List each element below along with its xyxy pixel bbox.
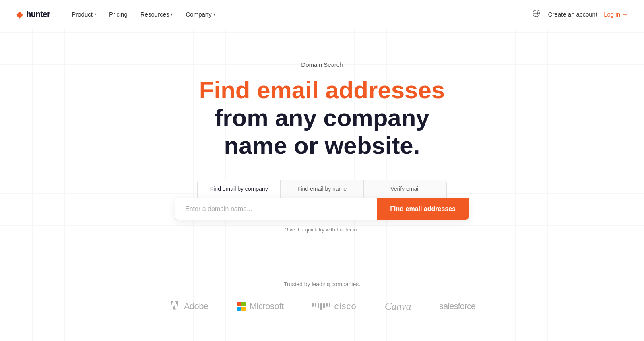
search-container: Find email addresses xyxy=(175,198,469,220)
trusted-label: Trusted by leading companies. xyxy=(284,281,360,287)
chevron-down-icon-3: ▾ xyxy=(213,12,215,17)
hero-title-orange: Find email addresses xyxy=(199,76,445,103)
hero-title: Find email addresses from any company na… xyxy=(181,76,463,159)
tab-verify-email[interactable]: Verify email xyxy=(364,180,446,198)
microsoft-logo: Microsoft xyxy=(237,301,284,312)
language-button[interactable] xyxy=(530,8,542,21)
search-tabs: Find email by company Find email by name… xyxy=(197,180,447,198)
nav-item-pricing[interactable]: Pricing xyxy=(103,8,133,21)
quick-try-link[interactable]: hunter.io xyxy=(336,227,357,233)
main-content: Domain Search Find email addresses from … xyxy=(0,29,644,257)
adobe-logo: Adobe xyxy=(169,301,208,312)
trusted-section: Trusted by leading companies. Adobe Micr… xyxy=(0,257,644,329)
nav-item-resources[interactable]: Resources ▾ xyxy=(135,8,179,21)
search-button[interactable]: Find email addresses xyxy=(377,198,469,220)
cisco-icon xyxy=(312,303,330,310)
company-logos: Adobe Microsoft xyxy=(169,300,476,312)
nav-right: Create an account Log in → xyxy=(530,8,628,21)
quick-try-text: Give it a quick try with hunter.io . xyxy=(284,227,359,233)
logo-text: hunter xyxy=(26,10,50,19)
canva-logo: Canva xyxy=(385,300,411,312)
navbar: ◆ hunter Product ▾ Pricing Resources ▾ C… xyxy=(0,0,644,29)
cisco-logo: cisco xyxy=(312,301,357,312)
salesforce-logo: salesforce xyxy=(439,301,475,312)
search-input[interactable] xyxy=(175,198,377,220)
nav-item-product[interactable]: Product ▾ xyxy=(66,8,102,21)
create-account-button[interactable]: Create an account xyxy=(548,11,598,18)
login-button[interactable]: Log in → xyxy=(604,11,628,18)
logo-icon: ◆ xyxy=(16,9,23,20)
tab-find-by-name[interactable]: Find email by name xyxy=(281,180,363,198)
logo[interactable]: ◆ hunter xyxy=(16,9,50,20)
section-label: Domain Search xyxy=(301,61,343,68)
hero-title-dark: from any company name or website. xyxy=(215,104,429,159)
chevron-down-icon-2: ▾ xyxy=(171,12,173,17)
microsoft-icon xyxy=(237,302,246,311)
tab-find-by-company[interactable]: Find email by company xyxy=(198,180,281,198)
nav-links: Product ▾ Pricing Resources ▾ Company ▾ xyxy=(66,8,530,21)
nav-item-company[interactable]: Company ▾ xyxy=(180,8,221,21)
chevron-down-icon: ▾ xyxy=(94,12,96,17)
